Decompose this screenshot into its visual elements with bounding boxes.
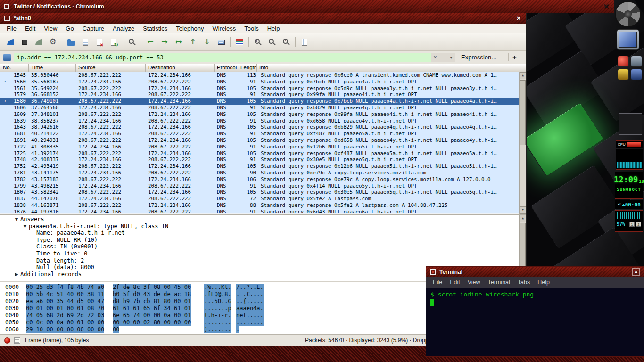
terminal-menu-help[interactable]: Help bbox=[534, 279, 553, 286]
packet-list-scrollbar[interactable]: ▲ ▼ bbox=[519, 72, 526, 214]
detail-line[interactable]: ▼ Answers bbox=[0, 216, 519, 223]
ws-menu-edit[interactable]: Edit bbox=[21, 25, 40, 32]
capture-comment-icon[interactable] bbox=[14, 337, 20, 344]
hex-bytes[interactable]: d8 b9 7b cb 81 80 00 01 bbox=[113, 298, 191, 305]
go-to-packet-button[interactable] bbox=[172, 35, 186, 49]
workspace-pager[interactable] bbox=[619, 113, 642, 135]
expander-icon[interactable]: ▶ bbox=[13, 271, 20, 278]
scrollbar-thumb[interactable] bbox=[520, 80, 526, 145]
hex-ascii[interactable]: .%...Kt. bbox=[204, 284, 231, 291]
capture-start-button[interactable] bbox=[3, 35, 17, 49]
zoom-out-button[interactable] bbox=[265, 35, 279, 49]
close-capture-button[interactable] bbox=[92, 35, 107, 49]
filter-dropdown-icon[interactable]: ▾ bbox=[447, 53, 455, 62]
packet-row[interactable]: 1639 38.858237 172.24.234.166 208.67.222… bbox=[0, 118, 519, 124]
timezone-arrows-icon[interactable]: ▴▾ bbox=[617, 203, 620, 206]
column-time[interactable]: Time bbox=[29, 64, 76, 72]
wireshark-titlebar[interactable]: *athn0 ✕ bbox=[0, 13, 526, 24]
packet-list-header[interactable]: No. Time Source Destination Protocol Len… bbox=[0, 64, 526, 72]
detail-line[interactable]: Class: IN (0x0001) bbox=[0, 243, 519, 250]
packet-row[interactable]: →1580 36.749101 208.67.222.222 172.24.23… bbox=[0, 98, 519, 105]
hex-bytes[interactable]: 2f de 8c 3f 08 00 45 00 bbox=[113, 284, 191, 291]
hex-bytes[interactable]: 00 25 d3 f4 f8 4b 74 a0 bbox=[26, 284, 104, 291]
scrollbar-thumb[interactable] bbox=[520, 223, 526, 273]
ws-menu-file[interactable]: File bbox=[2, 25, 21, 32]
hex-bytes[interactable]: c0 0c 00 0a 00 01 00 00 bbox=[26, 319, 104, 326]
hex-bytes[interactable]: 74 05 68 2d 69 2d 72 03 bbox=[26, 312, 104, 319]
hex-ascii[interactable]: . bbox=[236, 326, 239, 333]
hex-ascii[interactable]: ...5D..G bbox=[204, 298, 231, 305]
auto-scroll-button[interactable] bbox=[214, 35, 228, 49]
hex-ascii[interactable]: /..?..E. bbox=[236, 284, 264, 291]
zoom-100-button[interactable] bbox=[279, 35, 293, 49]
packet-row[interactable]: 1837 44.147078 172.24.234.166 208.67.222… bbox=[0, 196, 519, 202]
hex-ascii[interactable]: )....... bbox=[204, 326, 231, 333]
detail-line[interactable]: Time to live: 0 bbox=[0, 250, 519, 257]
expert-info-icon[interactable] bbox=[4, 337, 10, 344]
open-capture-button[interactable] bbox=[64, 35, 78, 49]
dock-small-icon-3[interactable] bbox=[618, 69, 629, 80]
ws-menu-view[interactable]: View bbox=[40, 25, 61, 32]
hex-bytes[interactable]: 61 61 61 65 6f 34 61 01 bbox=[113, 305, 191, 312]
filter-clear-icon[interactable]: ✕ bbox=[431, 53, 439, 62]
packet-row[interactable]: ⇢1560 35.568187 172.24.234.166 208.67.22… bbox=[0, 79, 519, 85]
hex-bytes[interactable]: 00 5b 4c 51 40 00 38 11 bbox=[26, 291, 104, 298]
column-protocol[interactable]: Protocol bbox=[215, 64, 238, 72]
hex-ascii[interactable]: .[LQ@.8. bbox=[204, 291, 231, 298]
scroll-down-icon[interactable]: ▼ bbox=[520, 206, 526, 214]
resize-columns-button[interactable] bbox=[297, 35, 312, 49]
hex-bytes[interactable]: 00 00 00 02 80 00 00 00 bbox=[113, 319, 191, 326]
packet-row[interactable]: 1722 41.308335 172.24.234.166 208.67.222… bbox=[0, 144, 519, 150]
chromium-close-button[interactable]: ✕ bbox=[603, 3, 610, 10]
detail-line[interactable]: Type: NULL RR (10) bbox=[0, 237, 519, 244]
column-destination[interactable]: Destination bbox=[146, 64, 215, 72]
packet-row[interactable]: 1725 41.392174 208.67.222.222 172.24.234… bbox=[0, 150, 519, 157]
filter-add-button[interactable]: + bbox=[508, 53, 520, 61]
column-length[interactable]: Length bbox=[238, 64, 257, 72]
browser-spinner-icon[interactable] bbox=[615, 1, 641, 27]
terminal-menu-terminal[interactable]: Terminal bbox=[484, 279, 514, 286]
hex-bytes[interactable]: 29 10 00 00 00 00 00 00 bbox=[26, 326, 104, 333]
packet-row[interactable]: 1691 40.294931 208.67.222.222 172.24.234… bbox=[0, 137, 519, 144]
find-packet-button[interactable] bbox=[125, 35, 139, 49]
filter-apply-icon[interactable] bbox=[439, 53, 447, 62]
scroll-up-icon[interactable]: ▲ bbox=[520, 215, 526, 222]
ws-menu-capture[interactable]: Capture bbox=[78, 25, 108, 32]
dock-small-icon-1[interactable] bbox=[618, 56, 629, 67]
terminal-menu-tabs[interactable]: Tabs bbox=[514, 279, 534, 286]
packet-row[interactable]: 1807 43.582342 208.67.222.222 172.24.234… bbox=[0, 189, 519, 196]
reload-capture-button[interactable] bbox=[107, 35, 121, 49]
filter-bookmark-icon[interactable] bbox=[3, 54, 11, 61]
ws-menu-statistics[interactable]: Statistics bbox=[139, 25, 172, 32]
capture-restart-button[interactable] bbox=[32, 35, 46, 49]
packet-row[interactable]: 1781 43.141175 172.24.234.166 208.67.222… bbox=[0, 170, 519, 176]
hex-ascii[interactable]: ._.C.... bbox=[236, 291, 264, 298]
ws-menu-tools[interactable]: Tools bbox=[240, 25, 263, 32]
packet-row[interactable]: 1609 37.848101 208.67.222.222 172.24.234… bbox=[0, 111, 519, 118]
ws-menu-analyze[interactable]: Analyze bbox=[108, 25, 139, 32]
packet-row[interactable]: 1545 35.030440 208.67.222.222 172.24.234… bbox=[0, 72, 519, 79]
ws-menu-wireless[interactable]: Wireless bbox=[208, 25, 240, 32]
column-source[interactable]: Source bbox=[76, 64, 146, 72]
chromium-titlebar[interactable]: Twitter / Notifications - Chromium ✕ bbox=[0, 0, 614, 13]
hex-ascii[interactable]: ..{..... bbox=[236, 298, 264, 305]
packet-row[interactable]: 1799 43.498215 172.24.234.166 208.67.222… bbox=[0, 183, 519, 189]
expression-button[interactable]: Expression... bbox=[461, 54, 496, 61]
terminal-menu-view[interactable]: View bbox=[464, 279, 484, 286]
capture-options-button[interactable] bbox=[46, 35, 60, 49]
terminal-titlebar[interactable]: Terminal ✕ bbox=[426, 267, 644, 277]
terminal-content[interactable]: $ scrot iodine-wireshark.png bbox=[426, 288, 644, 356]
terminal-menu-file[interactable]: File bbox=[429, 279, 446, 286]
hex-ascii[interactable]: net..... bbox=[236, 312, 264, 319]
detail-line[interactable]: Name: paaaeo4a.t.h-i-r.net bbox=[0, 230, 519, 237]
go-back-button[interactable] bbox=[143, 35, 157, 49]
save-capture-button[interactable] bbox=[78, 35, 92, 49]
go-forward-button[interactable] bbox=[157, 35, 172, 49]
hex-bytes[interactable]: 00 bbox=[113, 326, 119, 333]
computer-monitor-icon[interactable] bbox=[617, 29, 639, 50]
hex-bytes[interactable]: b0 5f d0 43 de de ac 18 bbox=[113, 291, 191, 298]
hex-bytes[interactable]: 00 01 00 01 00 01 08 70 bbox=[26, 305, 104, 312]
packet-row[interactable]: 1876 44.197810 172.24.234.166 208.67.222… bbox=[0, 209, 519, 213]
go-first-packet-button[interactable] bbox=[186, 35, 200, 49]
ws-menu-telephony[interactable]: Telephony bbox=[172, 25, 208, 32]
